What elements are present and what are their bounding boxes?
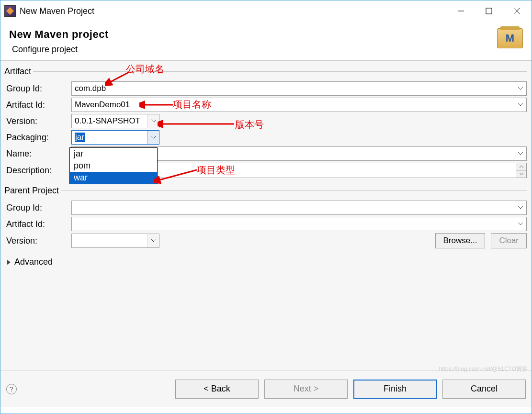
chevron-down-icon[interactable] [515, 147, 526, 160]
form-area: Artifact Group Id: com.dpb Artifact Id: … [0, 60, 532, 370]
chevron-down-icon[interactable] [516, 171, 526, 178]
group-id-input[interactable]: com.dpb [71, 81, 527, 96]
packaging-option-pom[interactable]: pom [70, 160, 157, 172]
finish-button[interactable]: Finish [353, 380, 437, 399]
wizard-banner: New Maven project Configure project M [0, 22, 532, 60]
help-icon[interactable]: ? [6, 384, 17, 394]
name-label: Name: [5, 149, 68, 159]
wizard-subtitle: Configure project [9, 45, 497, 55]
version-label: Version: [5, 116, 68, 126]
parent-group-id-input[interactable] [71, 201, 527, 215]
packaging-option-war[interactable]: war [70, 172, 157, 184]
chevron-down-icon[interactable] [515, 98, 526, 112]
parent-artifact-id-label: Artifact Id: [5, 219, 68, 229]
artifact-id-input[interactable]: MavenDemo01 [71, 98, 527, 112]
description-label: Description: [5, 166, 68, 176]
chevron-down-icon[interactable] [147, 114, 159, 128]
chevron-down-icon[interactable] [515, 201, 526, 214]
minimize-button[interactable] [447, 1, 475, 21]
back-button[interactable]: < Back [175, 380, 259, 399]
parent-version-label: Version: [5, 236, 68, 246]
packaging-combo[interactable]: jar [71, 130, 159, 145]
maven-icon: M [497, 28, 523, 48]
group-id-label: Group Id: [5, 84, 68, 94]
window-title: New Maven Project [20, 6, 447, 16]
parent-group-id-label: Group Id: [5, 203, 68, 213]
chevron-down-icon[interactable] [147, 131, 159, 144]
next-button: Next > [264, 380, 348, 399]
maximize-button[interactable] [475, 1, 503, 21]
close-button[interactable] [503, 1, 531, 21]
parent-version-combo[interactable] [71, 234, 159, 248]
artifact-id-label: Artifact Id: [5, 100, 68, 110]
artifact-legend: Artifact [4, 67, 33, 77]
chevron-down-icon[interactable] [147, 234, 159, 247]
clear-button[interactable]: Clear [491, 233, 527, 248]
packaging-option-jar[interactable]: jar [70, 148, 157, 160]
chevron-up-icon[interactable] [516, 163, 526, 171]
advanced-label: Advanced [14, 257, 53, 267]
wizard-title: New Maven project [9, 28, 497, 41]
spinner-buttons[interactable] [516, 163, 526, 178]
chevron-down-icon[interactable] [515, 82, 526, 95]
version-combo[interactable]: 0.0.1-SNAPSHOT [71, 114, 159, 128]
parent-legend: Parent Project [4, 186, 61, 196]
browse-button[interactable]: Browse... [435, 233, 486, 248]
triangle-right-icon [7, 260, 11, 265]
chevron-down-icon[interactable] [515, 217, 526, 231]
parent-artifact-id-input[interactable] [71, 217, 527, 231]
svg-rect-1 [486, 8, 492, 14]
window-controls [447, 1, 531, 21]
cancel-button[interactable]: Cancel [442, 380, 526, 399]
packaging-dropdown[interactable]: jar pom war [69, 147, 158, 184]
parent-project-fieldset: Parent Project Group Id: Artifact Id: Ve… [5, 186, 527, 250]
advanced-toggle[interactable]: Advanced [5, 257, 527, 267]
wizard-button-bar: ? < Back Next > Finish Cancel [0, 370, 532, 407]
titlebar: New Maven Project [0, 0, 532, 22]
app-icon [4, 5, 16, 17]
packaging-label: Packaging: [5, 133, 68, 143]
